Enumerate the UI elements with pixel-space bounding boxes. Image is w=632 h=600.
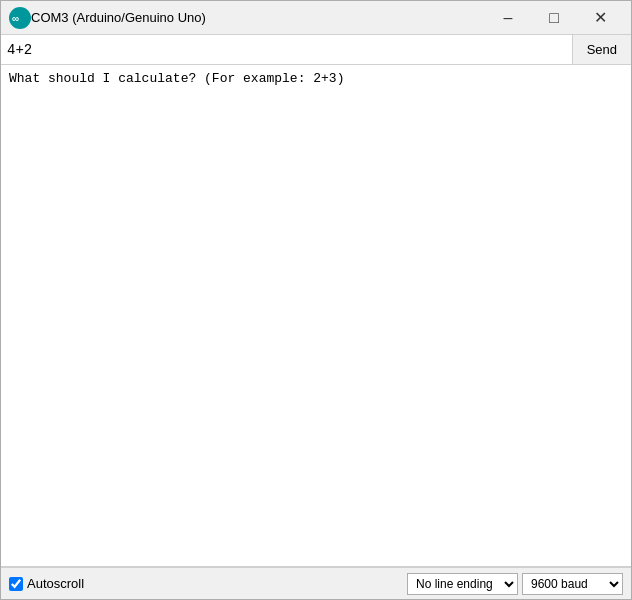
- svg-text:∞: ∞: [12, 13, 19, 24]
- serial-output-text: What should I calculate? (For example: 2…: [9, 71, 344, 86]
- close-button[interactable]: ✕: [577, 1, 623, 35]
- arduino-serial-monitor-window: ∞ COM3 (Arduino/Genuino Uno) – □ ✕ Send …: [0, 0, 632, 600]
- title-bar: ∞ COM3 (Arduino/Genuino Uno) – □ ✕: [1, 1, 631, 35]
- window-controls: – □ ✕: [485, 1, 623, 35]
- baud-rate-select[interactable]: 300 baud 1200 baud 2400 baud 4800 baud 9…: [522, 573, 623, 595]
- autoscroll-container: Autoscroll: [9, 576, 84, 591]
- line-ending-select[interactable]: No line ending Newline Carriage return B…: [407, 573, 518, 595]
- maximize-button[interactable]: □: [531, 1, 577, 35]
- arduino-logo-icon: ∞: [9, 7, 31, 29]
- minimize-button[interactable]: –: [485, 1, 531, 35]
- status-bar-right: No line ending Newline Carriage return B…: [407, 573, 623, 595]
- window-title: COM3 (Arduino/Genuino Uno): [31, 10, 485, 25]
- status-bar: Autoscroll No line ending Newline Carria…: [1, 567, 631, 599]
- serial-output-area: What should I calculate? (For example: 2…: [1, 65, 631, 567]
- autoscroll-label[interactable]: Autoscroll: [27, 576, 84, 591]
- autoscroll-checkbox[interactable]: [9, 577, 23, 591]
- input-bar: Send: [1, 35, 631, 65]
- send-button[interactable]: Send: [572, 35, 631, 64]
- message-input[interactable]: [1, 35, 572, 64]
